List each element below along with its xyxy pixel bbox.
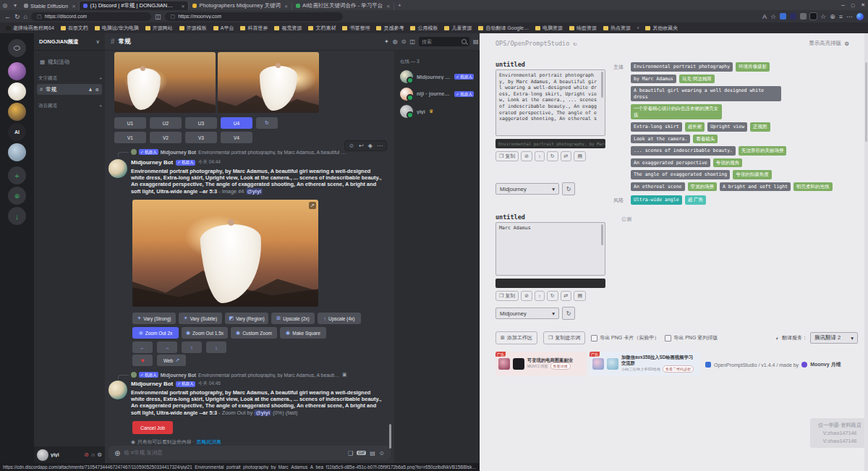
ad-banner[interactable]: 广告 可变现的电商图案副业 MUVI工作室 查看详情 bbox=[495, 352, 587, 375]
bookmark-item[interactable]: 灵感参考 bbox=[376, 25, 404, 32]
bookmark-item[interactable]: 绘图资源 bbox=[569, 25, 597, 32]
copy-button[interactable]: ❐复制 bbox=[495, 291, 519, 301]
add-workspace-button[interactable]: ⊞添加工作区 bbox=[495, 331, 537, 344]
browser-essentials-icon[interactable]: ⊕ bbox=[830, 13, 835, 20]
extension-icon-blue[interactable] bbox=[780, 13, 786, 20]
midjourney-grid-image-right[interactable] bbox=[218, 52, 319, 113]
back-icon[interactable]: ← bbox=[4, 13, 11, 20]
more-options-icon[interactable]: ⋯ bbox=[377, 143, 383, 149]
upscale-button-u3[interactable]: U3 bbox=[185, 117, 217, 129]
tag-zh[interactable]: 超长裙 bbox=[685, 122, 705, 132]
swap-button[interactable]: ⇄ bbox=[561, 151, 572, 161]
action-button-zoom-out-1-5x[interactable]: ◉Zoom Out 1.5x bbox=[182, 327, 228, 339]
save-button[interactable]: ▤ bbox=[574, 291, 586, 301]
action-button-zoom-out-2x[interactable]: ◉Zoom Out 2x bbox=[132, 327, 179, 339]
engine-select[interactable]: Midjourney▾ bbox=[495, 183, 559, 195]
refresh-icon[interactable]: ↻ bbox=[573, 40, 576, 47]
midjourney-grid-image-left[interactable] bbox=[114, 52, 216, 113]
save-button[interactable]: ▤ bbox=[574, 151, 586, 161]
tag-en[interactable]: A bright and soft light bbox=[720, 182, 791, 192]
action-button-custom-zoom[interactable]: ◉Custom Zoom bbox=[231, 327, 277, 339]
channel-settings-gear-icon[interactable]: ⚙ bbox=[95, 87, 99, 92]
refresh-icon[interactable]: ↻ bbox=[14, 13, 20, 20]
reroll-button[interactable]: ↻ bbox=[256, 117, 278, 129]
tag-zh[interactable]: 看着镜头 bbox=[693, 135, 718, 144]
bookmark-item[interactable]: 开源网站 bbox=[145, 25, 173, 32]
address-bar-left[interactable]: ▢ https://discord.com bbox=[31, 12, 151, 21]
bookmark-item[interactable]: 自动翻译 Google… bbox=[478, 25, 529, 32]
prompt-textarea[interactable]: Environmental portrait photography, by M… bbox=[495, 69, 605, 136]
pan-button[interactable]: ← bbox=[132, 341, 153, 353]
action-button-vary-region-[interactable]: ◩Vary (Region) bbox=[225, 313, 268, 324]
gif-picker-icon[interactable]: GIF bbox=[357, 451, 366, 455]
reply-preview[interactable]: ✓ 机器人 Midjourney Bot Environmental portr… bbox=[131, 372, 348, 378]
settings-gear-icon[interactable]: ⚙ bbox=[97, 451, 102, 458]
midjourney-bot-avatar[interactable] bbox=[109, 381, 127, 399]
redo-button[interactable]: ↻ bbox=[547, 291, 558, 301]
tag-zh[interactable]: 超 广角 bbox=[685, 195, 706, 205]
engine-refresh-button[interactable]: ↻ bbox=[562, 307, 575, 320]
tag-zh[interactable]: 空灵的场景 bbox=[688, 182, 718, 192]
bookmark-item[interactable]: 电脑资源 bbox=[535, 25, 563, 32]
bookmark-item[interactable]: 石墨文档 bbox=[61, 25, 88, 32]
ad-banner[interactable]: 广告 加微信avx358拉入SD绘画视频学习交流群 小白三分钟上手SD绘画 查看… bbox=[590, 352, 700, 375]
tab-search-icon[interactable]: ▾ bbox=[10, 0, 20, 10]
notifications-bell-icon[interactable]: ◍ bbox=[393, 38, 398, 45]
tag-zh[interactable]: 无法形容的美丽场景 bbox=[739, 146, 787, 156]
server-avatar[interactable] bbox=[8, 62, 26, 80]
tag-en[interactable]: The angle of exaggerated shooting bbox=[631, 170, 730, 179]
tag-zh[interactable]: 马克·阿达姆斯 bbox=[679, 75, 715, 84]
bookmark-item[interactable]: 老牌绘画教程网64 bbox=[6, 25, 54, 32]
copilot-icon[interactable] bbox=[856, 13, 864, 20]
bookmark-item[interactable]: 开源模板 bbox=[179, 25, 207, 32]
upload-button[interactable]: ↑ bbox=[535, 291, 545, 301]
favorite-star-icon[interactable]: ☆ bbox=[770, 13, 776, 20]
engine-refresh-button[interactable]: ↻ bbox=[562, 182, 575, 195]
channel-row-general[interactable]: # 常规 ♟ ⚙ bbox=[37, 84, 102, 95]
browser-tab[interactable]: (1) Discord | #常规 | DONGJIAN频道✕ bbox=[80, 1, 189, 10]
close-button[interactable]: ✕ bbox=[861, 2, 865, 8]
bookmark-item[interactable]: 书签整理 bbox=[342, 25, 370, 32]
variation-button-v1[interactable]: V1 bbox=[114, 132, 146, 143]
prompt-title[interactable]: untitled bbox=[495, 213, 525, 221]
pan-button[interactable]: → bbox=[157, 341, 177, 353]
address-bar-right[interactable]: ▢ https://moonvy.com bbox=[165, 12, 343, 21]
tag-zh[interactable]: 正视图 bbox=[750, 122, 770, 132]
chat-scrollbar[interactable] bbox=[389, 424, 391, 449]
tag-en[interactable]: by Marc Adamus bbox=[631, 75, 676, 84]
bookmark-item[interactable]: 视觉资源 bbox=[274, 25, 302, 32]
tab-close-icon[interactable]: ✕ bbox=[284, 4, 288, 9]
prompt-preview-bar[interactable]: Environmental portrait photography, by M… bbox=[495, 139, 605, 148]
action-button-upscale-2x-[interactable]: ⊞Upscale (2x) bbox=[271, 313, 315, 324]
tag-zh[interactable]: 一个穿着精心设计的白色连衣裙的漂亮女孩 bbox=[631, 104, 722, 119]
author-name[interactable]: Midjourney Bot bbox=[131, 381, 173, 387]
sticker-icon[interactable]: ▤ bbox=[370, 450, 375, 457]
tag-en[interactable]: An exaggerated perspective bbox=[631, 158, 710, 168]
web-button[interactable]: Web↗ bbox=[157, 355, 186, 366]
tag-zh[interactable]: 夸张的拍摄角度 bbox=[733, 170, 772, 179]
upload-button[interactable]: ↑ bbox=[535, 151, 545, 161]
message-input[interactable]: ⊕ 给 #常规 发消息 ❑ GIF ▤ ☺ bbox=[109, 446, 391, 460]
browser-tab[interactable]: Stable Diffusion✕ bbox=[20, 1, 80, 10]
bookmark-item[interactable]: 热点资源 bbox=[603, 25, 631, 32]
headphones-icon[interactable]: ∩ bbox=[91, 451, 95, 458]
prompt-preview-bar[interactable] bbox=[495, 279, 605, 288]
bookmarks-overflow-icon[interactable]: › bbox=[637, 25, 639, 30]
pan-button[interactable]: ↑ bbox=[182, 341, 202, 353]
action-button-upscale-4x-[interactable]: ↑Upscale (4x) bbox=[318, 313, 361, 324]
collections-icon[interactable]: ☆ bbox=[820, 13, 826, 20]
bookmark-item[interactable]: 电脑说/华为电脑 bbox=[95, 25, 139, 32]
extension-icon-active[interactable] bbox=[810, 13, 817, 20]
action-button-vary-strong-[interactable]: ✶Vary (Strong) bbox=[132, 313, 176, 324]
redo-button[interactable]: ↻ bbox=[547, 151, 558, 161]
ad-button[interactable]: 查看二维码进群 bbox=[663, 365, 694, 373]
tag-en[interactable]: ... scenes of indescribable beauty. bbox=[631, 146, 736, 156]
gift-icon[interactable]: ❑ bbox=[348, 450, 353, 457]
variation-button-v4[interactable]: V4 bbox=[221, 132, 252, 143]
swap-button[interactable]: ⇄ bbox=[561, 291, 572, 301]
category-text-channels[interactable]: 文字频道 + bbox=[38, 74, 102, 82]
upscale-button-u1[interactable]: U1 bbox=[114, 117, 146, 129]
add-channel-icon[interactable]: + bbox=[99, 76, 102, 81]
tab-close-icon[interactable]: ✕ bbox=[386, 4, 390, 9]
pinned-messages-icon[interactable]: ⊙ bbox=[401, 38, 407, 45]
